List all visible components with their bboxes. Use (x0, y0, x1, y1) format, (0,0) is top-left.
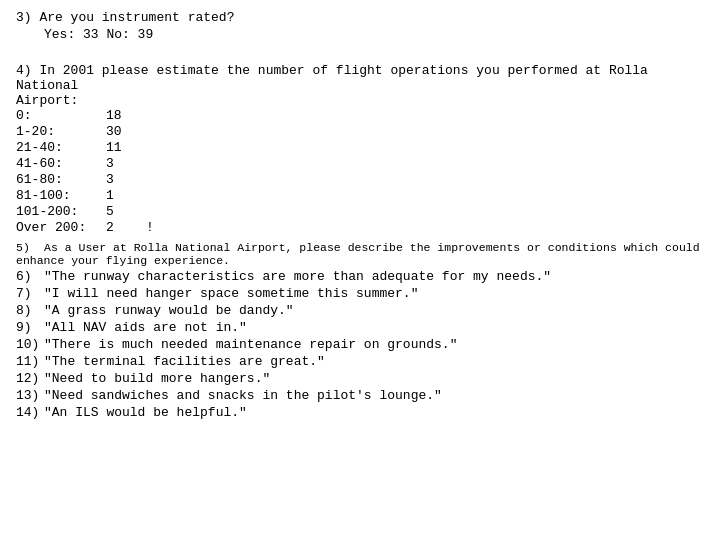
q4-row-value: 2 (106, 220, 146, 235)
question-4: 4) In 2001 please estimate the number of… (16, 63, 704, 235)
response-number: 13) (16, 388, 44, 403)
response-text: "An ILS would be helpful." (44, 405, 247, 420)
q4-row-value: 30 (106, 124, 146, 139)
q4-row: 101-200:5 (16, 204, 704, 219)
response-text: "There is much needed maintenance repair… (44, 337, 457, 352)
q4-row-value: 18 (106, 108, 146, 123)
response-text: "A grass runway would be dandy." (44, 303, 294, 318)
q4-row-value: 1 (106, 188, 146, 203)
question-3: 3) Are you instrument rated? Yes: 33 No:… (16, 10, 704, 42)
response-text: "All NAV aids are not in." (44, 320, 247, 335)
q3-question: 3) Are you instrument rated? (16, 10, 704, 25)
response-number: 11) (16, 354, 44, 369)
response-text: "The runway characteristics are more tha… (44, 269, 551, 284)
question-5: 5)As a User at Rolla National Airport, p… (16, 241, 704, 267)
response-item: 7)"I will need hanger space sometime thi… (16, 286, 704, 301)
response-item: 14)"An ILS would be helpful." (16, 405, 704, 420)
response-number: 12) (16, 371, 44, 386)
q4-row-value: 3 (106, 172, 146, 187)
response-text: "The terminal facilities are great." (44, 354, 325, 369)
response-item: 9)"All NAV aids are not in." (16, 320, 704, 335)
q4-row: 21-40:11 (16, 140, 704, 155)
q4-row-label: 0: (16, 108, 106, 123)
responses-container: 6)"The runway characteristics are more t… (16, 269, 704, 420)
response-item: 6)"The runway characteristics are more t… (16, 269, 704, 284)
response-item: 8)"A grass runway would be dandy." (16, 303, 704, 318)
q5-number: 5) (16, 241, 44, 254)
response-number: 9) (16, 320, 44, 335)
response-number: 6) (16, 269, 44, 284)
response-number: 14) (16, 405, 44, 420)
response-item: 13)"Need sandwiches and snacks in the pi… (16, 388, 704, 403)
response-number: 7) (16, 286, 44, 301)
response-item: 12)"Need to build more hangers." (16, 371, 704, 386)
q4-row: Over 200:2 ! (16, 220, 704, 235)
q4-row-label: 1-20: (16, 124, 106, 139)
q4-row-label: Over 200: (16, 220, 106, 235)
q4-row: 81-100:1 (16, 188, 704, 203)
q4-row: 1-20:30 (16, 124, 704, 139)
q4-row: 41-60:3 (16, 156, 704, 171)
response-number: 8) (16, 303, 44, 318)
q4-question-line2: Airport: (16, 93, 704, 108)
q4-row-value: 11 (106, 140, 146, 155)
q4-row-value: 3 (106, 156, 146, 171)
q4-row-label: 81-100: (16, 188, 106, 203)
response-text: "I will need hanger space sometime this … (44, 286, 418, 301)
response-text: "Need sandwiches and snacks in the pilot… (44, 388, 442, 403)
response-number: 10) (16, 337, 44, 352)
response-item: 10)"There is much needed maintenance rep… (16, 337, 704, 352)
q4-row: 61-80:3 (16, 172, 704, 187)
q4-row-value: 5 (106, 204, 146, 219)
q4-row-label: 101-200: (16, 204, 106, 219)
response-item: 11)"The terminal facilities are great." (16, 354, 704, 369)
q5-text: As a User at Rolla National Airport, ple… (16, 241, 700, 267)
q4-row-label: 21-40: (16, 140, 106, 155)
response-text: "Need to build more hangers." (44, 371, 270, 386)
q3-answers: Yes: 33 No: 39 (16, 27, 704, 42)
q4-row: 0:18 (16, 108, 704, 123)
q4-row-label: 41-60: (16, 156, 106, 171)
q4-row-label: 61-80: (16, 172, 106, 187)
q4-row-note: ! (146, 220, 154, 235)
q4-rows: 0:181-20:3021-40:1141-60:361-80:381-100:… (16, 108, 704, 235)
q4-question-line1: 4) In 2001 please estimate the number of… (16, 63, 704, 93)
